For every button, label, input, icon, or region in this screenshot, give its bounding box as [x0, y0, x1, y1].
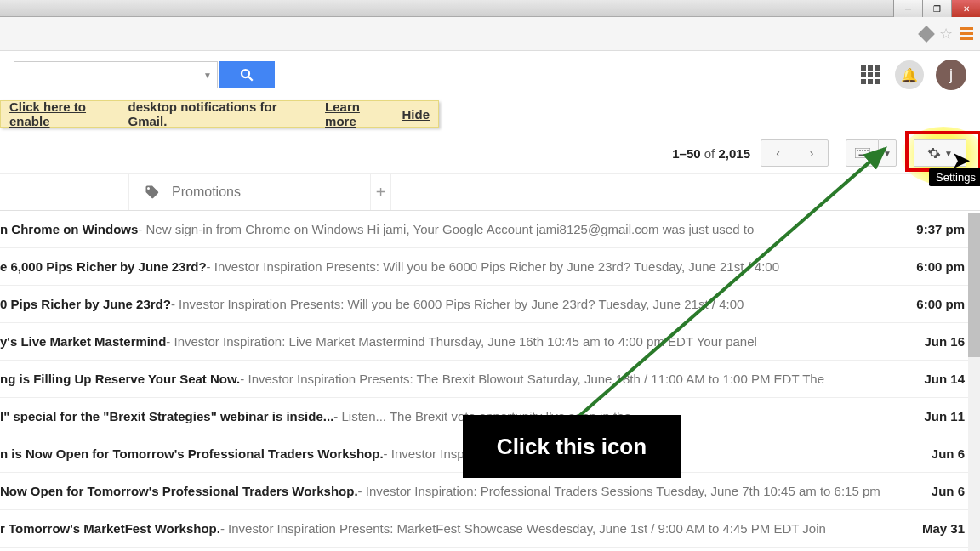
svg-rect-4: [859, 150, 861, 151]
chevron-down-icon: ▼: [944, 149, 953, 158]
search-input[interactable]: ▼: [14, 61, 218, 88]
settings-button[interactable]: ▼: [914, 139, 966, 167]
email-list: n Chrome on Windows - New sign-in from C…: [0, 211, 980, 548]
email-time: Jun 6: [921, 446, 965, 461]
email-subject: y's Live Market Mastermind: [0, 334, 166, 349]
email-subject: n Chrome on Windows: [0, 222, 138, 236]
range-text: 1–50: [672, 146, 700, 161]
apps-grid-icon[interactable]: [861, 65, 880, 84]
browser-menu-icon[interactable]: [960, 27, 973, 40]
email-time: 6:00 pm: [906, 297, 965, 311]
input-tools-button[interactable]: ▼: [846, 139, 897, 167]
email-row[interactable]: e 6,000 Pips Richer by June 23rd? - Inve…: [0, 248, 980, 286]
maximize-button[interactable]: ❐: [922, 0, 951, 17]
email-snippet: - Investor Inspiration Presents: The Bre…: [240, 372, 824, 386]
total-text: 2,015: [718, 146, 750, 161]
email-row[interactable]: 0 Pips Richer by June 23rd? - Investor I…: [0, 286, 980, 323]
email-snippet: - New sign-in from Chrome on Windows Hi …: [138, 222, 754, 236]
tab-promotions-label: Promotions: [172, 185, 241, 200]
email-snippet: - Investor Inspiration Presents: MarketF…: [220, 521, 826, 536]
svg-rect-6: [864, 150, 866, 151]
mail-toolbar: 1–50 of 2,015 ‹ › ▼ ▼ Settings ➤: [0, 133, 980, 173]
email-snippet: - Investor Inspiration Presents: Will yo…: [207, 259, 779, 274]
email-subject: r Tomorrow's MarketFest Workshop.: [0, 521, 220, 536]
svg-rect-5: [862, 150, 863, 151]
window-titlebar: ─ ❐ ✕: [0, 0, 980, 17]
tab-add-button[interactable]: +: [371, 174, 391, 210]
input-tools-dropdown-icon[interactable]: ▼: [878, 139, 897, 167]
email-time: 9:37 pm: [906, 222, 965, 236]
banner-learn-link[interactable]: Learn more: [325, 99, 393, 128]
star-icon[interactable]: ☆: [939, 25, 953, 43]
browser-toolbar: ☆: [0, 17, 980, 51]
svg-rect-3: [857, 150, 858, 151]
banner-text: desktop notifications for Gmail.: [128, 99, 317, 128]
diamond-icon: [918, 26, 935, 43]
email-time: Jun 14: [914, 372, 965, 386]
svg-rect-8: [858, 155, 866, 156]
gear-icon: [927, 146, 941, 160]
email-subject: 0 Pips Richer by June 23rd?: [0, 297, 171, 311]
email-row[interactable]: r Tomorrow's MarketFest Workshop. - Inve…: [0, 510, 980, 548]
avatar[interactable]: j: [936, 60, 966, 90]
older-button[interactable]: ›: [795, 139, 829, 167]
email-time: Jun 16: [914, 334, 965, 349]
email-subject: e 6,000 Pips Richer by June 23rd?: [0, 259, 207, 274]
minimize-button[interactable]: ─: [893, 0, 922, 17]
close-button[interactable]: ✕: [951, 0, 980, 17]
scrollbar-thumb[interactable]: [968, 213, 980, 357]
keyboard-icon: [846, 139, 878, 167]
gmail-header: ▼ 🔔 j: [0, 51, 980, 99]
desktop-notifications-banner: Click here to enable desktop notificatio…: [0, 100, 439, 128]
notifications-bell-icon[interactable]: 🔔: [895, 60, 924, 89]
email-subject: Now Open for Tomorrow's Professional Tra…: [0, 484, 358, 498]
email-time: 6:00 pm: [906, 259, 965, 274]
email-subject: n is Now Open for Tomorrow's Professiona…: [0, 446, 384, 461]
svg-rect-2: [855, 148, 870, 158]
svg-point-0: [242, 70, 249, 77]
tab-primary[interactable]: [0, 174, 129, 210]
close-icon: ✕: [963, 4, 970, 14]
email-row[interactable]: y's Live Market Mastermind - Investor In…: [0, 323, 980, 361]
category-tabs: Promotions +: [0, 173, 980, 211]
scrollbar-track[interactable]: [968, 213, 980, 551]
svg-rect-7: [867, 150, 869, 151]
minimize-icon: ─: [905, 4, 911, 14]
settings-button-wrap: ▼ Settings ➤: [914, 139, 966, 167]
tag-icon: [145, 185, 160, 200]
banner-hide-link[interactable]: Hide: [402, 107, 430, 122]
email-row[interactable]: n Chrome on Windows - New sign-in from C…: [0, 211, 980, 248]
svg-line-1: [248, 77, 253, 81]
newer-button[interactable]: ‹: [761, 139, 795, 167]
search-icon: [239, 67, 254, 82]
email-row[interactable]: ng is Filling Up Reserve Your Seat Now. …: [0, 361, 980, 398]
page-count: 1–50 of 2,015: [672, 146, 750, 161]
email-snippet: - Investor Inspiration: Professional Tra…: [358, 484, 880, 498]
email-time: Jun 6: [921, 484, 965, 498]
search-button[interactable]: [219, 61, 275, 88]
maximize-icon: ❐: [933, 4, 941, 14]
email-snippet: - Investor Inspiration: Live Market Mast…: [166, 334, 757, 349]
email-time: May 31: [912, 521, 965, 536]
email-row[interactable]: Now Open for Tomorrow's Professional Tra…: [0, 473, 980, 510]
settings-tooltip: Settings: [929, 168, 980, 186]
email-snippet: - Investor Inspiration Presents: Will yo…: [171, 297, 744, 311]
instruction-callout: Click this icon: [463, 415, 681, 478]
email-time: Jun 11: [914, 409, 965, 423]
email-subject: l" special for the "Brexit Strategies" w…: [0, 409, 333, 423]
search-dropdown-icon[interactable]: ▼: [203, 71, 212, 80]
email-subject: ng is Filling Up Reserve Your Seat Now.: [0, 372, 240, 386]
banner-enable-link[interactable]: Click here to enable: [9, 99, 128, 128]
tab-promotions[interactable]: Promotions: [129, 174, 371, 210]
